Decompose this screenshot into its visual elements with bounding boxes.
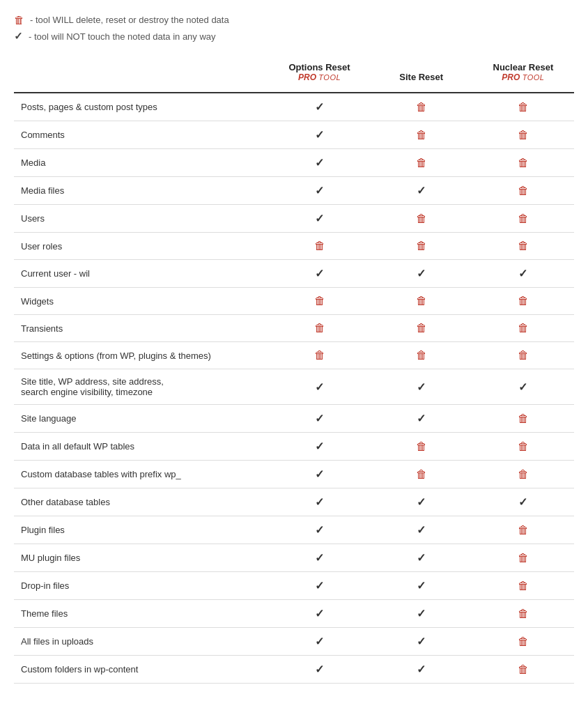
table-row: Widgets🗑🗑🗑 xyxy=(14,288,574,315)
trash-icon: 🗑 xyxy=(416,213,427,224)
check-icon: ✓ xyxy=(417,552,426,564)
cell-options_reset-4: ✓ xyxy=(268,205,370,233)
cell-nuclear_reset-13: 🗑 xyxy=(472,461,574,488)
cell-nuclear_reset-10: ✓ xyxy=(472,369,574,405)
options-reset-pro: PRO TOOL xyxy=(275,72,363,82)
trash-icon: 🗑 xyxy=(518,101,529,113)
cell-options_reset-14: ✓ xyxy=(268,488,370,516)
table-row: Settings & options (from WP, plugins & t… xyxy=(14,342,574,369)
row-label-20: Custom folders in wp-content xyxy=(14,656,268,684)
row-label-15: Plugin files xyxy=(14,516,268,544)
row-label-12: Data in all default WP tables xyxy=(14,433,268,461)
table-row: Site language✓✓🗑 xyxy=(14,405,574,433)
table-row: Media✓🗑🗑 xyxy=(14,149,574,177)
trash-icon: 🗑 xyxy=(518,240,529,252)
check-icon: ✓ xyxy=(315,580,324,592)
check-icon: ✓ xyxy=(417,496,426,508)
trash-icon: 🗑 xyxy=(518,185,529,197)
row-label-6: Current user - wil xyxy=(14,260,268,288)
row-label-8: Transients xyxy=(14,315,268,342)
check-icon: ✓ xyxy=(417,580,426,592)
check-icon: ✓ xyxy=(417,381,426,393)
cell-options_reset-8: 🗑 xyxy=(268,315,370,342)
row-label-4: Users xyxy=(14,205,268,233)
row-label-14: Other database tables xyxy=(14,488,268,516)
cell-site_reset-12: 🗑 xyxy=(371,433,472,461)
cell-nuclear_reset-5: 🗑 xyxy=(472,233,574,260)
cell-options_reset-5: 🗑 xyxy=(268,233,370,260)
trash-icon: 🗑 xyxy=(518,413,529,424)
trash-icon: 🗑 xyxy=(518,322,529,334)
trash-icon: 🗑 xyxy=(518,295,529,307)
check-icon: ✓ xyxy=(315,381,324,393)
trash-icon: 🗑 xyxy=(416,157,427,169)
check-icon: ✓ xyxy=(417,413,426,424)
row-label-11: Site language xyxy=(14,405,268,433)
cell-nuclear_reset-12: 🗑 xyxy=(472,433,574,461)
table-row: Custom database tables with prefix wp_✓🗑… xyxy=(14,461,574,488)
check-icon: ✓ xyxy=(518,381,527,393)
cell-site_reset-17: ✓ xyxy=(371,572,472,600)
check-icon: ✓ xyxy=(315,440,324,452)
table-row: Current user - wil✓✓✓ xyxy=(14,260,574,288)
row-label-17: Drop-in files xyxy=(14,572,268,600)
row-label-0: Posts, pages & custom post types xyxy=(14,93,268,121)
cell-site_reset-16: ✓ xyxy=(371,544,472,572)
trash-icon: 🗑 xyxy=(518,608,529,619)
cell-nuclear_reset-6: ✓ xyxy=(472,260,574,288)
cell-options_reset-13: ✓ xyxy=(268,461,370,488)
cell-site_reset-4: 🗑 xyxy=(371,205,472,233)
cell-nuclear_reset-8: 🗑 xyxy=(472,315,574,342)
legend-trash: 🗑 - tool WILL delete, reset or destroy t… xyxy=(14,14,574,26)
cell-options_reset-16: ✓ xyxy=(268,544,370,572)
trash-icon: 🗑 xyxy=(416,322,427,334)
cell-nuclear_reset-7: 🗑 xyxy=(472,288,574,315)
table-row: Transients🗑🗑🗑 xyxy=(14,315,574,342)
row-label-13: Custom database tables with prefix wp_ xyxy=(14,461,268,488)
row-label-5: User roles xyxy=(14,233,268,260)
cell-site_reset-11: ✓ xyxy=(371,405,472,433)
check-legend-icon: ✓ xyxy=(14,30,23,43)
cell-site_reset-15: ✓ xyxy=(371,516,472,544)
table-row: Site title, WP address, site address,sea… xyxy=(14,369,574,405)
check-icon: ✓ xyxy=(315,663,324,675)
check-icon: ✓ xyxy=(315,468,324,480)
trash-icon: 🗑 xyxy=(518,663,529,675)
trash-icon: 🗑 xyxy=(518,349,529,361)
check-icon: ✓ xyxy=(315,413,324,424)
cell-site_reset-7: 🗑 xyxy=(371,288,472,315)
legend: 🗑 - tool WILL delete, reset or destroy t… xyxy=(14,14,574,43)
cell-options_reset-9: 🗑 xyxy=(268,342,370,369)
col-header-nuclear-reset: Nuclear Reset PRO TOOL xyxy=(472,56,574,93)
cell-nuclear_reset-3: 🗑 xyxy=(472,177,574,205)
cell-options_reset-11: ✓ xyxy=(268,405,370,433)
comparison-table: Options Reset PRO TOOL Site Reset Nuclea… xyxy=(14,56,574,684)
check-icon: ✓ xyxy=(518,268,527,279)
row-label-19: All files in uploads xyxy=(14,628,268,656)
row-label-16: MU plugin files xyxy=(14,544,268,572)
cell-nuclear_reset-9: 🗑 xyxy=(472,342,574,369)
row-label-9: Settings & options (from WP, plugins & t… xyxy=(14,342,268,369)
check-icon: ✓ xyxy=(315,157,324,169)
trash-icon: 🗑 xyxy=(518,129,529,141)
legend-check: ✓ - tool will NOT touch the noted data i… xyxy=(14,30,574,43)
trash-icon: 🗑 xyxy=(518,440,529,452)
row-label-2: Media xyxy=(14,149,268,177)
check-icon: ✓ xyxy=(315,185,324,197)
trash-icon: 🗑 xyxy=(314,349,325,361)
cell-site_reset-1: 🗑 xyxy=(371,121,472,149)
col-header-options-reset: Options Reset PRO TOOL xyxy=(268,56,370,93)
check-icon: ✓ xyxy=(518,496,527,508)
check-icon: ✓ xyxy=(315,129,324,141)
cell-options_reset-20: ✓ xyxy=(268,656,370,684)
cell-nuclear_reset-20: 🗑 xyxy=(472,656,574,684)
trash-icon: 🗑 xyxy=(518,468,529,480)
row-label-10: Site title, WP address, site address,sea… xyxy=(14,369,268,405)
cell-nuclear_reset-2: 🗑 xyxy=(472,149,574,177)
cell-options_reset-18: ✓ xyxy=(268,600,370,628)
legend-trash-text: - tool WILL delete, reset or destroy the… xyxy=(30,15,229,25)
cell-nuclear_reset-4: 🗑 xyxy=(472,205,574,233)
check-icon: ✓ xyxy=(417,524,426,536)
check-icon: ✓ xyxy=(315,552,324,564)
cell-options_reset-6: ✓ xyxy=(268,260,370,288)
